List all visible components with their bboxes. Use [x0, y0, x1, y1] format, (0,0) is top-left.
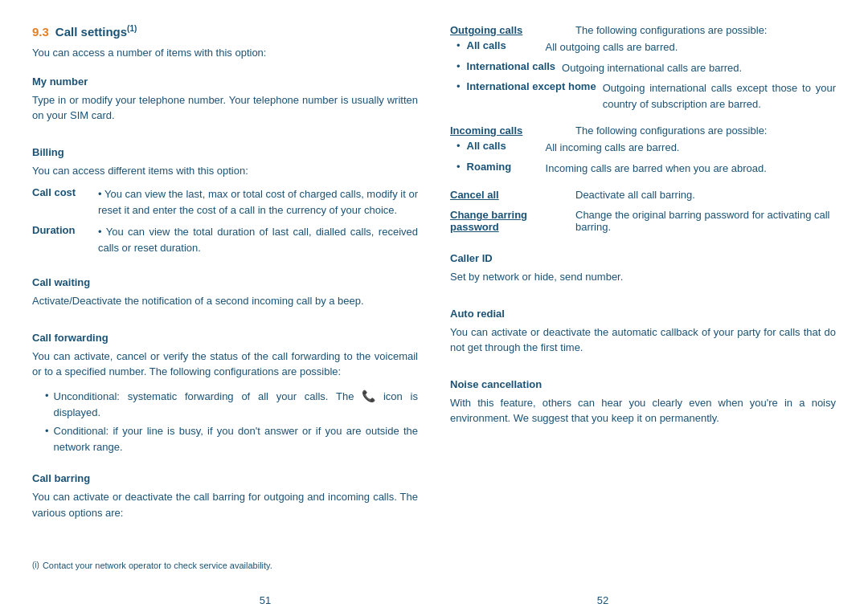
outgoing-calls-bullets: • All calls All outgoing calls are barre…: [450, 39, 836, 112]
auto-redial-heading: Auto redial: [450, 308, 836, 320]
change-barring-link-2[interactable]: password: [450, 221, 499, 233]
call-cost-label: Call cost: [32, 186, 88, 218]
section-heading: 9.3 Call settings(1): [32, 24, 418, 39]
incoming-all-calls: • All calls All incoming calls are barre…: [457, 140, 836, 156]
outgoing-calls-row: Outgoing calls The following configurati…: [450, 24, 836, 36]
left-page: 9.3 Call settings(1) You can access a nu…: [32, 24, 418, 570]
section-number: 9.3: [32, 25, 49, 39]
noise-cancellation-section: Noise cancellation With this feature, ot…: [450, 372, 836, 434]
bullet-unconditional: • Unconditional: systematic forwarding o…: [45, 388, 418, 421]
cancel-all-section: Cancel all Deactivate all call barring.: [450, 189, 836, 201]
call-forwarding-bullets: • Unconditional: systematic forwarding o…: [32, 388, 418, 455]
incoming-calls-link[interactable]: Incoming calls: [450, 124, 522, 137]
change-barring-desc: Change the original barring password for…: [575, 209, 836, 233]
noise-cancellation-heading: Noise cancellation: [450, 378, 836, 390]
footnote: (i) Contact your network operator to che…: [32, 561, 402, 570]
billing-heading: Billing: [32, 146, 418, 158]
call-forwarding-body: You can activate, cancel or verify the s…: [32, 349, 418, 380]
page-footer: 51 52: [0, 586, 868, 616]
incoming-calls-bullets: • All calls All incoming calls are barre…: [450, 140, 836, 176]
change-barring-row: Change barring password Change the origi…: [450, 209, 836, 233]
right-page: Outgoing calls The following configurati…: [450, 24, 836, 570]
incoming-calls-link-col: Incoming calls: [450, 124, 563, 137]
outgoing-international-except-home: • International except home Outgoing int…: [457, 80, 836, 112]
footnote-ref: (i): [32, 561, 39, 570]
outgoing-international-calls: • International calls Outgoing internati…: [457, 60, 836, 76]
auto-redial-section: Auto redial You can activate or deactiva…: [450, 301, 836, 364]
cancel-all-link[interactable]: Cancel all: [450, 189, 499, 201]
change-barring-link-1[interactable]: Change barring: [450, 209, 527, 221]
bullet-conditional: • Conditional: if your line is busy, if …: [45, 423, 418, 455]
my-number-section: My number Type in or modify your telepho…: [32, 69, 418, 132]
billing-section: Billing You can access different items w…: [32, 140, 418, 263]
noise-cancellation-body: With this feature, others can hear you c…: [450, 395, 836, 426]
outgoing-calls-link[interactable]: Outgoing calls: [450, 24, 522, 36]
duration-label: Duration: [32, 224, 88, 255]
incoming-calls-section: Incoming calls The following configurati…: [450, 124, 836, 181]
call-cost-content: • You can view the last, max or total co…: [98, 186, 418, 218]
cancel-all-row: Cancel all Deactivate all call barring.: [450, 189, 836, 201]
incoming-calls-desc: The following configurations are possibl…: [575, 124, 836, 137]
duration-content: • You can view the total duration of las…: [98, 224, 418, 255]
billing-body: You can access different items with this…: [32, 163, 418, 179]
right-page-number: 52: [434, 594, 772, 606]
left-page-number: 51: [96, 594, 434, 606]
cancel-all-desc: Deactivate all call barring.: [575, 189, 836, 201]
outgoing-calls-desc: The following configurations are possibl…: [575, 24, 836, 36]
footnote-text: Contact your network operator to check s…: [43, 561, 272, 570]
caller-id-section: Caller ID Set by network or hide, send n…: [450, 246, 836, 293]
incoming-calls-row: Incoming calls The following configurati…: [450, 124, 836, 137]
my-number-heading: My number: [32, 75, 418, 88]
section-title: Call settings(1): [55, 24, 137, 39]
call-waiting-heading: Call waiting: [32, 276, 418, 288]
call-waiting-section: Call waiting Activate/Deactivate the not…: [32, 270, 418, 317]
outgoing-all-calls: • All calls All outgoing calls are barre…: [457, 39, 836, 55]
call-forwarding-section: Call forwarding You can activate, cancel…: [32, 325, 418, 459]
caller-id-heading: Caller ID: [450, 252, 836, 264]
outgoing-calls-section: Outgoing calls The following configurati…: [450, 24, 836, 116]
outgoing-calls-link-col: Outgoing calls: [450, 24, 563, 36]
call-barring-heading: Call barring: [32, 472, 418, 484]
incoming-roaming: • Roaming Incoming calls are barred when…: [457, 161, 836, 177]
my-number-body: Type in or modify your telephone number.…: [32, 92, 418, 124]
cancel-all-link-col: Cancel all: [450, 189, 563, 201]
auto-redial-body: You can activate or deactivate the autom…: [450, 324, 836, 356]
change-barring-link-col: Change barring password: [450, 209, 563, 233]
call-waiting-body: Activate/Deactivate the notification of …: [32, 293, 418, 309]
call-forwarding-heading: Call forwarding: [32, 332, 418, 344]
call-barring-body: You can activate or deactivate the call …: [32, 489, 418, 520]
caller-id-body: Set by network or hide, send number.: [450, 269, 836, 285]
duration-row: Duration • You can view the total durati…: [32, 224, 418, 255]
phone-icon: 📞: [362, 388, 375, 405]
call-barring-section: Call barring You can activate or deactiv…: [32, 466, 418, 528]
change-barring-section: Change barring password Change the origi…: [450, 209, 836, 233]
intro-text: You can access a number of items with th…: [32, 45, 418, 61]
call-cost-row: Call cost • You can view the last, max o…: [32, 186, 418, 218]
